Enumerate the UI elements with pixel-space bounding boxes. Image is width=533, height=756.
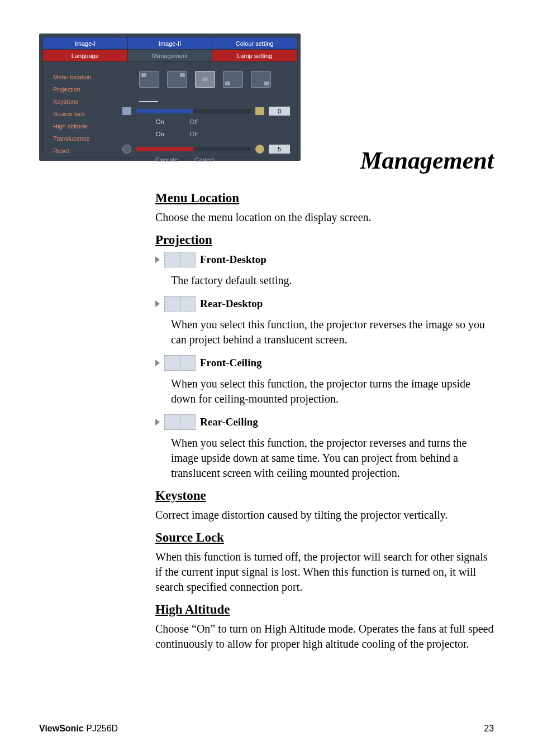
bullet-icon: [155, 360, 160, 366]
label-front-desktop: Front-Desktop: [200, 253, 266, 266]
osd-label-translucence: Translucence: [53, 132, 122, 145]
projection-front-ceiling-icon: [166, 91, 185, 101]
bullet-icon: [155, 300, 160, 307]
reset-cancel: Cancel: [195, 154, 214, 166]
front-desktop-icon: [164, 252, 196, 267]
osd-label-high-altitude: High altitude: [53, 120, 122, 132]
osd-high-altitude-row: On Off: [122, 128, 290, 140]
label-rear-ceiling: Rear-Ceiling: [200, 416, 258, 428]
menu-loc-topleft-icon: [139, 71, 159, 88]
body-menu-location: Choose the menu location on the display …: [155, 210, 494, 225]
projection-front-desktop-icon: [139, 91, 158, 102]
rear-desktop-icon: [164, 296, 196, 312]
body-front-ceiling: When you select this function, the proje…: [171, 376, 494, 406]
heading-high-altitude: High Altitude: [155, 602, 494, 617]
osd-screenshot: Image-I Image-II Colour setting Language…: [39, 34, 301, 161]
heading-projection: Projection: [155, 233, 494, 247]
osd-menu-location-icons: [122, 71, 290, 88]
body-keystone: Correct image distortion caused by tilti…: [155, 508, 494, 523]
footer: ViewSonic PJ256D 23: [39, 724, 494, 734]
page-title: Management: [360, 146, 494, 175]
keystone-right-icon: [255, 107, 264, 115]
projection-rear-ceiling-icon: [220, 91, 239, 101]
heading-source-lock: Source Lock: [155, 530, 494, 545]
reset-execute: Execute: [156, 154, 178, 166]
body-front-desktop: The factory default setting.: [171, 273, 494, 288]
translucence-left-icon: [122, 145, 131, 154]
footer-model: PJ256D: [84, 724, 118, 733]
body-source-lock: When this function is turned off, the pr…: [155, 549, 494, 595]
osd-reset-row: Execute Cancel: [122, 154, 290, 166]
menu-loc-center-icon: [195, 71, 215, 88]
osd-inner: Image-I Image-II Colour setting Language…: [42, 37, 297, 157]
osd-labels: Menu location Projection Keystone Source…: [53, 71, 122, 152]
content: Menu Location Choose the menu location o…: [155, 191, 494, 659]
footer-brand: ViewSonic: [39, 724, 84, 733]
osd-keystone-slider: 0: [122, 107, 290, 116]
osd-tab-image1: Image-I: [43, 37, 128, 50]
osd-label-source-lock: Source lock: [53, 108, 122, 120]
rear-ceiling-icon: [164, 414, 196, 430]
osd-label-projection: Projection: [53, 83, 122, 95]
heading-keystone: Keystone: [155, 489, 494, 503]
high-altitude-on: On: [156, 128, 164, 140]
osd-translucence-slider: 5: [122, 145, 290, 154]
heading-menu-location: Menu Location: [155, 191, 494, 205]
osd-tabs-row1: Image-I Image-II Colour setting: [43, 37, 297, 50]
bullet-front-ceiling: Front-Ceiling: [155, 355, 494, 371]
footer-page-number: 23: [484, 724, 494, 734]
body-rear-ceiling: When you select this function, the proje…: [171, 436, 494, 481]
body-rear-desktop: When you select this function, the proje…: [171, 317, 494, 347]
osd-tab-image2: Image-II: [128, 37, 213, 50]
translucence-track: [136, 147, 251, 151]
translucence-right-icon: [255, 145, 264, 154]
osd-label-reset: Reset: [53, 145, 122, 157]
bullet-rear-desktop: Rear-Desktop: [155, 296, 494, 312]
osd-projection-icons: [122, 91, 290, 102]
osd-label-menu-location: Menu location: [53, 71, 122, 83]
translucence-value: 5: [269, 145, 290, 154]
menu-loc-bottomright-icon: [251, 71, 271, 88]
keystone-value: 0: [269, 107, 290, 116]
front-ceiling-icon: [164, 355, 196, 371]
osd-source-lock-row: On Off: [122, 116, 290, 128]
projection-rear-desktop-icon: [193, 91, 212, 101]
page: Image-I Image-II Colour setting Language…: [0, 0, 533, 756]
footer-left: ViewSonic PJ256D: [39, 724, 118, 734]
label-rear-desktop: Rear-Desktop: [200, 298, 263, 310]
osd-tab-language: Language: [43, 50, 128, 62]
body-high-altitude: Choose “On” to turn on High Altitude mod…: [155, 621, 494, 652]
menu-loc-topright-icon: [167, 71, 187, 88]
osd-body: Menu location Projection Keystone Source…: [43, 62, 297, 157]
keystone-track: [136, 109, 251, 113]
source-lock-off: Off: [190, 116, 198, 128]
osd-tab-management: Management: [128, 50, 213, 62]
osd-tabs-row2: Language Management Lamp setting: [43, 50, 297, 62]
osd-tab-lamp: Lamp setting: [212, 50, 297, 62]
source-lock-on: On: [156, 116, 164, 128]
bullet-front-desktop: Front-Desktop: [155, 252, 494, 267]
osd-controls: 0 On Off On Off 5: [122, 71, 290, 152]
high-altitude-off: Off: [190, 128, 198, 140]
keystone-left-icon: [122, 107, 131, 115]
bullet-rear-ceiling: Rear-Ceiling: [155, 414, 494, 430]
label-front-ceiling: Front-Ceiling: [200, 357, 261, 369]
osd-label-keystone: Keystone: [53, 95, 122, 108]
menu-loc-bottomleft-icon: [223, 71, 243, 88]
bullet-icon: [155, 419, 160, 425]
osd-tab-colour: Colour setting: [212, 37, 297, 50]
bullet-icon: [155, 256, 160, 263]
